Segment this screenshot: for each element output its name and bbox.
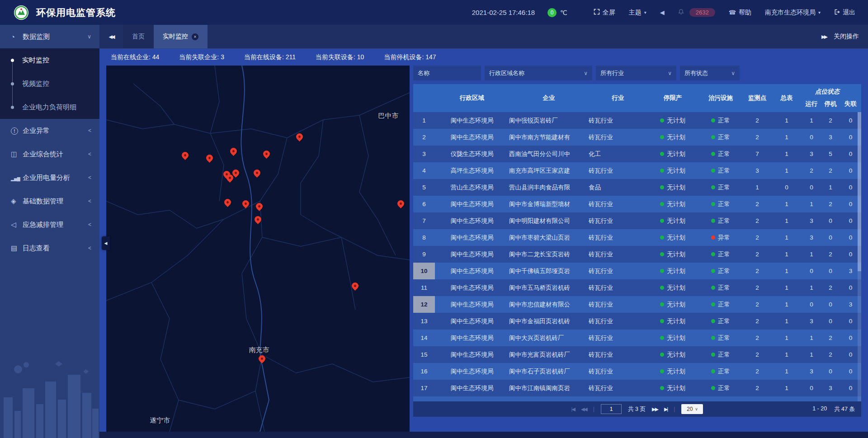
table-row[interactable]: 4高坪生态环境局南充市高坪区王家店建砖瓦行业无计划正常31220 bbox=[413, 162, 861, 179]
map-pin[interactable] bbox=[255, 216, 262, 226]
sidebar-item-数据监测[interactable]: ◔数据监测∨ bbox=[0, 25, 99, 48]
cell-stop: 0 bbox=[821, 301, 840, 308]
cell-stop: 0 bbox=[821, 318, 840, 325]
map-pin[interactable] bbox=[352, 283, 359, 292]
sidebar-subitem-企业电力负荷明细[interactable]: 企业电力负荷明细 bbox=[0, 95, 99, 119]
table-row[interactable]: 9阆中生态环境局阆中市二龙长宝页岩砖砖瓦行业无计划正常21120 bbox=[413, 246, 861, 263]
bullet-dot-icon bbox=[11, 106, 14, 109]
table-row[interactable]: 7阆中生态环境局阆中明阳建材有限公司砖瓦行业无计划正常21300 bbox=[413, 212, 861, 229]
sidebar-item-企业用电量分析[interactable]: ▂▅▇企业用电量分析< bbox=[0, 166, 99, 189]
table-row[interactable]: 13阆中生态环境局阆中市金福田页岩机砖砖瓦行业无计划正常21300 bbox=[413, 313, 861, 330]
logout-button[interactable]: 退出 bbox=[834, 9, 855, 17]
previous-page-button[interactable]: ◀◀ bbox=[581, 406, 587, 412]
table-row[interactable]: 2阆中生态环境局阆中市南方节能建材有砖瓦行业无计划正常21030 bbox=[413, 129, 861, 146]
table-row[interactable]: 18南部生态环境局南部县碾垭页岩砖有限砖瓦行业无计划正常21030 bbox=[413, 396, 861, 401]
sidebar-item-企业异常[interactable]: !企业异常< bbox=[0, 119, 99, 142]
table-row[interactable]: 14阆中生态环境局阆中大兴页岩机砖厂砖瓦行业无计划正常21120 bbox=[413, 330, 861, 346]
map-pin[interactable] bbox=[230, 148, 237, 158]
cell-stop: 0 bbox=[821, 234, 840, 241]
pagination-bar: |◀ ◀◀ | 共 3 页 ▶▶ ▶| | 20 ∨ bbox=[413, 401, 861, 417]
table-row[interactable]: 6阆中生态环境局阆中市金博瑞新型墙材砖瓦行业无计划正常21120 bbox=[413, 196, 861, 212]
table-row[interactable]: 5营山生态环境局营山县润丰肉食品有限食品无计划正常10010 bbox=[413, 179, 861, 196]
sidebar-subitem-实时监控[interactable]: 实时监控 bbox=[0, 48, 99, 72]
notifications-button[interactable]: 2632 bbox=[678, 8, 715, 17]
sidebar-item-日志查看[interactable]: ▤日志查看< bbox=[0, 236, 99, 260]
page-size-select[interactable]: 20 ∨ bbox=[681, 404, 703, 414]
map-panel[interactable]: 巴中市南充市遂宁市 ◀ bbox=[106, 66, 410, 432]
bar-chart-icon: ▂▅▇ bbox=[11, 174, 23, 182]
mute-button[interactable]: ◀ bbox=[660, 9, 665, 16]
sidebar-item-label: 企业用电量分析 bbox=[23, 174, 88, 182]
status-dot-green bbox=[660, 152, 664, 156]
region-filter-select[interactable]: 行政区域名称 ∨ bbox=[485, 66, 592, 80]
cell-region: 阆中生态环境局 bbox=[435, 267, 509, 275]
map-pin[interactable] bbox=[224, 199, 231, 209]
sidebar-subitem-视频监控[interactable]: 视频监控 bbox=[0, 72, 99, 95]
tab-close-icon[interactable]: × bbox=[192, 33, 198, 40]
content-area: 当前在线企业: 44当前失联企业: 3当前在线设备: 211当前失联设备: 10… bbox=[99, 49, 868, 432]
table-row[interactable]: 11阆中生态环境局阆中市五马桥页岩机砖砖瓦行业无计划正常21120 bbox=[413, 279, 861, 296]
map-pin[interactable] bbox=[206, 155, 213, 165]
map-pin[interactable] bbox=[182, 152, 189, 162]
help-button[interactable]: ☎ 帮助 bbox=[729, 9, 751, 17]
tab-home[interactable]: 首页 bbox=[123, 25, 154, 48]
table-row[interactable]: 8阆中生态环境局阆中市枣碧大梁山页岩砖瓦行业无计划异常21300 bbox=[413, 229, 861, 246]
chevron-left-icon: < bbox=[88, 245, 91, 251]
tabs-scroll-right-button[interactable]: ▶▶ bbox=[821, 34, 826, 40]
organization-dropdown[interactable]: 南充市生态环境局 ▾ bbox=[765, 9, 821, 17]
next-page-button[interactable]: ▶▶ bbox=[652, 406, 658, 412]
first-page-button[interactable]: |◀ bbox=[571, 406, 575, 412]
status-dot-green bbox=[711, 219, 715, 223]
chevron-left-icon: ◀ bbox=[104, 241, 108, 245]
table-row[interactable]: 1阆中生态环境局阆中强锐页岩砖厂砖瓦行业无计划正常21120 bbox=[413, 112, 861, 129]
sidebar-item-企业综合统计[interactable]: ◫企业综合统计< bbox=[0, 142, 99, 166]
sidebar-item-应急减排管理[interactable]: ◁应急减排管理< bbox=[0, 213, 99, 236]
sidebar-subitem-label: 企业电力负荷明细 bbox=[22, 103, 76, 112]
cell-run: 2 bbox=[802, 167, 821, 174]
map-pin[interactable] bbox=[254, 170, 261, 179]
cell-meter: 1 bbox=[771, 251, 802, 258]
temperature-badge: 0 bbox=[547, 8, 557, 17]
cell-points: 2 bbox=[743, 284, 771, 291]
table-scrollbar[interactable] bbox=[858, 112, 861, 401]
tabs-scroll-left-button[interactable]: ◀◀ bbox=[99, 25, 123, 48]
table-row[interactable]: 10阆中生态环境局阆中千佛镇五郎垭页岩砖瓦行业无计划正常21003 bbox=[413, 263, 861, 279]
status-filter-select[interactable]: 所有状态 ∨ bbox=[680, 66, 740, 80]
cell-facility: 正常 bbox=[698, 150, 743, 158]
name-filter-input-box[interactable] bbox=[413, 66, 481, 80]
cell-stop: 5 bbox=[821, 151, 840, 157]
fullscreen-button[interactable]: 全屏 bbox=[594, 9, 615, 17]
map-collapse-button[interactable]: ◀ bbox=[102, 236, 110, 250]
industry-filter-select[interactable]: 所有行业 ∨ bbox=[596, 66, 676, 80]
table-row[interactable]: 17阆中生态环境局阆中市江南镇阆南页岩砖瓦行业无计划正常21030 bbox=[413, 380, 861, 396]
theme-dropdown[interactable]: 主题 ▾ bbox=[629, 9, 646, 17]
cell-industry: 砖瓦行业 bbox=[589, 200, 647, 208]
table-row[interactable]: 3仪陇生态环境局西南油气田分公司川中化工无计划正常71350 bbox=[413, 146, 861, 162]
map-pin[interactable] bbox=[263, 151, 270, 160]
table-row[interactable]: 12阆中生态环境局阆中市忠信建材有限公砖瓦行业无计划正常21003 bbox=[413, 296, 861, 313]
cell-points: 2 bbox=[743, 117, 771, 124]
cell-run: 1 bbox=[802, 251, 821, 258]
cell-run: 0 bbox=[802, 385, 821, 391]
map-pin[interactable] bbox=[242, 200, 250, 210]
cell-plan: 无计划 bbox=[647, 284, 698, 292]
name-filter-input[interactable] bbox=[418, 70, 476, 76]
log-icon: ▤ bbox=[11, 244, 23, 252]
page-number-input[interactable] bbox=[601, 404, 622, 414]
map-pin[interactable] bbox=[256, 203, 263, 213]
cell-industry: 砖瓦行业 bbox=[589, 167, 647, 175]
map-pin[interactable] bbox=[259, 355, 266, 365]
sidebar-item-基础数据管理[interactable]: ◈基础数据管理< bbox=[0, 189, 99, 213]
map-pin[interactable] bbox=[397, 200, 405, 210]
cell-industry: 食品 bbox=[589, 184, 647, 192]
map-pin[interactable] bbox=[232, 170, 240, 179]
cell-stop: 3 bbox=[821, 385, 840, 391]
last-page-button[interactable]: ▶| bbox=[664, 406, 667, 412]
tab-realtime-monitoring[interactable]: 实时监控 × bbox=[154, 25, 208, 48]
close-operations-button[interactable]: 关闭操作 bbox=[834, 33, 859, 41]
table-row[interactable]: 15阆中生态环境局阆中市光富页岩机砖厂砖瓦行业无计划正常21120 bbox=[413, 346, 861, 363]
cell-seq: 18 bbox=[413, 396, 435, 401]
map-pin[interactable] bbox=[296, 133, 303, 143]
table-row[interactable]: 16阆中生态环境局阆中市石子页岩机砖厂砖瓦行业无计划正常21300 bbox=[413, 363, 861, 380]
alert-circle-icon: ! bbox=[11, 127, 23, 135]
